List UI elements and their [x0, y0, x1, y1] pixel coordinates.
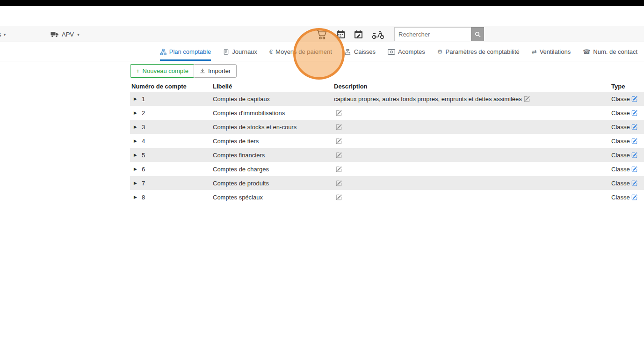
cash-register-icon [344, 49, 351, 55]
tab-journaux[interactable]: Journaux [223, 43, 257, 61]
account-number: 5 [142, 152, 145, 159]
expand-row-icon[interactable]: ▶ [134, 153, 137, 157]
phone-icon: ☎ [583, 49, 590, 55]
table-row[interactable]: ▶ 7 Comptes de produits Classe [130, 176, 644, 190]
edit-description-icon[interactable] [524, 96, 530, 102]
tab-label: Caisses [354, 48, 376, 55]
account-number: 2 [142, 110, 145, 117]
account-label: Comptes de capitaux [212, 96, 333, 103]
moped-icon[interactable] [372, 30, 384, 39]
account-type: Classe [611, 194, 630, 201]
tab-num-de-contact[interactable]: ☎ Num. de contact [583, 43, 637, 61]
table-row[interactable]: ▶ 8 Comptes spéciaux Classe [130, 190, 644, 204]
edit-description-icon[interactable] [336, 194, 342, 200]
account-type: Classe [611, 152, 630, 159]
expand-row-icon[interactable]: ▶ [134, 97, 137, 101]
calendar-icon[interactable] [336, 30, 345, 39]
edit-type-icon[interactable] [631, 110, 637, 116]
edit-type-icon[interactable] [631, 194, 637, 200]
search-input[interactable] [394, 27, 471, 41]
search-button[interactable] [471, 27, 484, 41]
edit-type-icon[interactable] [631, 124, 637, 130]
column-header-label: Libellé [212, 83, 333, 90]
tab-label: Journaux [232, 48, 257, 55]
table-row[interactable]: ▶ 3 Comptes de stocks et en-cours Classe [130, 120, 644, 134]
header-icon-group [316, 26, 384, 43]
new-account-label: Nouveau compte [143, 67, 188, 74]
tab-caisses[interactable]: Caisses [344, 43, 376, 61]
search-bar [394, 27, 484, 41]
edit-description-icon[interactable] [336, 110, 342, 116]
plus-icon: + [136, 67, 140, 74]
gear-icon: ⚙ [437, 49, 443, 55]
cart-icon[interactable] [316, 29, 327, 40]
expand-row-icon[interactable]: ▶ [134, 195, 137, 199]
column-header-type: Type [608, 83, 644, 90]
tab-plan-comptable[interactable]: Plan comptable [160, 43, 211, 61]
company-dropdown[interactable]: APV ▾ [51, 26, 80, 43]
table-row[interactable]: ▶ 1 Comptes de capitaux capitaux propres… [130, 92, 644, 106]
header-bar: s ▾ APV ▾ [0, 26, 644, 42]
edit-type-icon[interactable] [631, 152, 637, 158]
search-icon [475, 31, 481, 37]
edit-type-icon[interactable] [631, 96, 637, 102]
edit-description-icon[interactable] [336, 180, 342, 186]
table-body: ▶ 1 Comptes de capitaux capitaux propres… [130, 92, 644, 204]
expand-row-icon[interactable]: ▶ [134, 139, 137, 143]
table-row[interactable]: ▶ 6 Comptes de charges Classe [130, 162, 644, 176]
account-type: Classe [611, 138, 630, 145]
edit-type-icon[interactable] [631, 180, 637, 186]
account-label: Comptes de tiers [212, 138, 333, 145]
table-row[interactable]: ▶ 2 Comptes d'immobilisations Classe [130, 106, 644, 120]
new-account-button[interactable]: + Nouveau compte [130, 64, 195, 78]
chart-of-accounts-table: Numéro de compte Libellé Description Typ… [130, 81, 644, 204]
account-type: Classe [611, 180, 630, 187]
left-dropdown[interactable]: s ▾ [0, 26, 6, 43]
banknote-icon [388, 49, 395, 55]
edit-description-icon[interactable] [336, 152, 342, 158]
tab-label: Num. de contact [593, 48, 637, 55]
calendar-edit-icon[interactable] [354, 30, 363, 39]
table-row[interactable]: ▶ 4 Comptes de tiers Classe [130, 134, 644, 148]
account-label: Comptes de produits [212, 180, 333, 187]
edit-type-icon[interactable] [631, 138, 637, 144]
tab-parametres-comptabilite[interactable]: ⚙ Paramètres de comptabilité [437, 43, 520, 61]
account-label: Comptes d'immobilisations [212, 110, 333, 117]
account-number: 7 [142, 180, 145, 187]
account-number: 6 [142, 166, 145, 173]
account-description: capitaux propres, autres fonds propres, … [334, 96, 522, 103]
chevron-down-icon: ▾ [77, 32, 80, 37]
account-type: Classe [611, 166, 630, 173]
truck-icon [51, 31, 58, 37]
expand-row-icon[interactable]: ▶ [134, 125, 137, 129]
tab-label: Acomptes [398, 48, 425, 55]
tab-ventilations[interactable]: ⇄ Ventilations [532, 43, 571, 61]
tab-label: Moyens de paiement [275, 48, 332, 55]
edit-type-icon[interactable] [631, 166, 637, 172]
import-button[interactable]: Importer [194, 64, 237, 78]
account-number: 4 [142, 138, 145, 145]
account-label: Comptes de stocks et en-cours [212, 124, 333, 131]
edit-description-icon[interactable] [336, 124, 342, 130]
expand-row-icon[interactable]: ▶ [134, 111, 137, 115]
edit-description-icon[interactable] [336, 166, 342, 172]
expand-row-icon[interactable]: ▶ [134, 167, 137, 171]
journal-icon [223, 49, 229, 55]
tab-label: Ventilations [540, 48, 571, 55]
tab-label: Plan comptable [169, 48, 211, 55]
tree-icon [160, 49, 166, 55]
chevron-down-icon: ▾ [4, 32, 6, 37]
swap-arrows-icon: ⇄ [532, 49, 537, 55]
accounting-tab-bar: Plan comptable Journaux € Moyens de paie… [0, 43, 644, 61]
account-label: Comptes financiers [212, 152, 333, 159]
table-row[interactable]: ▶ 5 Comptes financiers Classe [130, 148, 644, 162]
edit-description-icon[interactable] [336, 138, 342, 144]
account-type: Classe [611, 124, 630, 131]
account-type: Classe [611, 96, 630, 103]
account-label: Comptes spéciaux [212, 194, 333, 201]
tab-moyens-de-paiement[interactable]: € Moyens de paiement [269, 43, 332, 61]
expand-row-icon[interactable]: ▶ [134, 181, 137, 185]
account-label: Comptes de charges [212, 166, 333, 173]
tab-acomptes[interactable]: Acomptes [388, 43, 425, 61]
import-icon [200, 68, 205, 74]
